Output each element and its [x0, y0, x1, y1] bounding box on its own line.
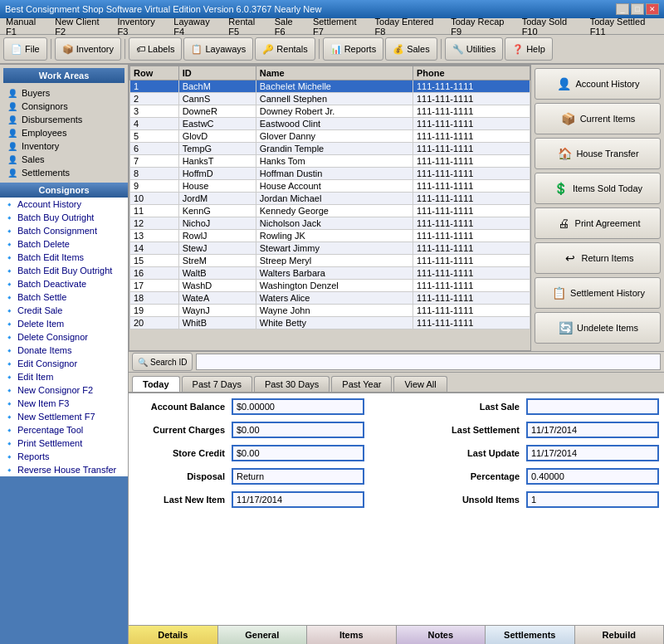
table-row[interactable]: 3DowneRDowney Robert Jr.111-111-1111 — [130, 105, 530, 118]
toolbar-btn-sales[interactable]: 💰 Sales — [385, 37, 437, 61]
last-update-input[interactable] — [526, 445, 659, 461]
bottom-tab-notes[interactable]: Notes — [397, 626, 486, 644]
sidebar-item-sales[interactable]: 👤Sales — [3, 153, 124, 166]
last-new-item-input[interactable] — [232, 491, 364, 508]
table-row[interactable]: 9HouseHouse Account111-111-1111 — [130, 180, 530, 193]
action-btn-print-agreement[interactable]: 🖨Print Agreement — [535, 207, 661, 239]
tab-today[interactable]: Today — [132, 376, 180, 392]
table-row[interactable]: 13RowlJRowling JK111-111-1111 — [130, 230, 530, 242]
consignor-item-batch-deactivate[interactable]: 🔹Batch Deactivate — [0, 277, 128, 290]
table-row[interactable]: 18WateAWaters Alice111-111-1111 — [130, 292, 530, 305]
tab-view-all[interactable]: View All — [393, 376, 447, 392]
sidebar-item-inventory[interactable]: 👤Inventory — [3, 139, 124, 153]
toolbar-btn-reports[interactable]: 📊 Reports — [323, 37, 384, 61]
maximize-button[interactable]: □ — [631, 3, 644, 15]
account-balance-input[interactable] — [232, 398, 364, 415]
action-btn-settlement-history[interactable]: 📋Settlement History — [535, 277, 661, 309]
consignor-item-reverse-house-transfer[interactable]: 🔹Reverse House Transfer — [0, 463, 128, 476]
consignor-item-account-history[interactable]: 🔹Account History — [0, 198, 128, 211]
sidebar-item-consignors[interactable]: 👤Consignors — [3, 100, 124, 113]
sidebar-item-buyers[interactable]: 👤Buyers — [3, 86, 124, 100]
unsold-items-input[interactable] — [526, 491, 659, 508]
action-btn-return-items[interactable]: ↩Return Items — [535, 242, 661, 274]
consignor-item-donate-items[interactable]: 🔹Donate Items — [0, 344, 128, 357]
sidebar-item-settlements[interactable]: 👤Settlements — [3, 166, 124, 179]
menu-item-rentalf5[interactable]: Rental F5 — [224, 15, 269, 38]
sidebar-item-disbursements[interactable]: 👤Disbursements — [3, 113, 124, 126]
menu-item-todaysoldf10[interactable]: Today Sold F10 — [518, 15, 585, 38]
consignor-item-batch-settle[interactable]: 🔹Batch Settle — [0, 290, 128, 304]
menu-item-todayenteredf8[interactable]: Today Entered F8 — [371, 15, 447, 38]
menu-item-inventoryf3[interactable]: Inventory F3 — [113, 15, 168, 38]
table-row[interactable]: 10JordMJordan Michael111-111-1111 — [130, 193, 530, 205]
table-row[interactable]: 11KennGKennedy George111-111-1111 — [130, 205, 530, 217]
menu-item-todayrecapf9[interactable]: Today Recap F9 — [447, 15, 516, 38]
table-row[interactable]: 2CannSCannell Stephen111-111-1111 — [130, 93, 530, 105]
sidebar-item-employees[interactable]: 👤Employees — [3, 126, 124, 139]
bottom-tab-details[interactable]: Details — [129, 626, 218, 644]
menu-item-salef6[interactable]: Sale F6 — [271, 15, 308, 38]
consignor-item-credit-sale[interactable]: 🔹Credit Sale — [0, 304, 128, 317]
tab-past-7-days[interactable]: Past 7 Days — [182, 376, 252, 392]
table-row[interactable]: 20WhitBWhite Betty111-111-1111 — [130, 317, 530, 329]
toolbar-btn-labels[interactable]: 🏷 Labels — [129, 37, 182, 61]
table-row[interactable]: 14StewJStewart Jimmy111-111-1111 — [130, 242, 530, 255]
disposal-input[interactable] — [232, 468, 364, 485]
last-sale-input[interactable] — [526, 398, 659, 415]
consignor-item-delete-item[interactable]: 🔹Delete Item — [0, 317, 128, 330]
action-btn-account-history[interactable]: 👤Account History — [535, 68, 661, 100]
consignor-item-batch-consignment[interactable]: 🔹Batch Consignment — [0, 224, 128, 237]
bottom-tab-settlements[interactable]: Settlements — [486, 626, 575, 644]
menu-item-newclientf2[interactable]: New Client F2 — [51, 15, 112, 38]
table-row[interactable]: 16WaltBWalters Barbara111-111-1111 — [130, 267, 530, 280]
consignor-item-batch-buy-outright[interactable]: 🔹Batch Buy Outright — [0, 211, 128, 224]
toolbar-btn-utilities[interactable]: 🔧 Utilities — [445, 37, 503, 61]
action-btn-undelete-items[interactable]: 🔄Undelete Items — [535, 312, 661, 344]
menu-item-settlementf7[interactable]: Settlement F7 — [309, 15, 370, 38]
table-row[interactable]: 19WaynJWayne John111-111-1111 — [130, 305, 530, 317]
consignor-item-edit-consignor[interactable]: 🔹Edit Consignor — [0, 357, 128, 370]
current-charges-input[interactable] — [232, 422, 364, 438]
table-body[interactable]: 1BachMBachelet Michelle111-111-11112Cann… — [130, 80, 530, 329]
toolbar-btn-layaways[interactable]: 📋 Layaways — [183, 37, 253, 61]
toolbar-btn-help[interactable]: ❓ Help — [505, 37, 553, 61]
consignor-item-new-settlement-f7[interactable]: 🔹New Settlement F7 — [0, 410, 128, 423]
toolbar-btn-file[interactable]: 📄 File — [3, 37, 47, 61]
bottom-tab-general[interactable]: General — [218, 626, 308, 644]
consignor-item-print-settlement[interactable]: 🔹Print Settlement — [0, 437, 128, 450]
consignor-item-batch-delete[interactable]: 🔹Batch Delete — [0, 237, 128, 251]
store-credit-input[interactable] — [232, 445, 364, 461]
table-row[interactable]: 12NichoJNicholson Jack111-111-1111 — [130, 217, 530, 230]
search-id-button[interactable]: 🔍 Search ID — [132, 353, 193, 371]
action-btn-items-sold-today[interactable]: 💲Items Sold Today — [535, 173, 661, 204]
table-row[interactable]: 8HoffmDHoffman Dustin111-111-1111 — [130, 168, 530, 180]
consignor-item-reports[interactable]: 🔹Reports — [0, 450, 128, 463]
table-row[interactable]: 15StreMStreep Meryl111-111-1111 — [130, 255, 530, 267]
consignor-item-batch-edit-buy-outright[interactable]: 🔹Batch Edit Buy Outright — [0, 264, 128, 277]
toolbar-btn-rentals[interactable]: 🔑 Rentals — [255, 37, 315, 61]
last-settlement-input[interactable] — [526, 422, 659, 438]
menu-item-layawayf4[interactable]: Layaway F4 — [169, 15, 223, 38]
consignor-item-new-consignor-f2[interactable]: 🔹New Consignor F2 — [0, 383, 128, 397]
tab-past-year[interactable]: Past Year — [331, 376, 392, 392]
toolbar-btn-inventory[interactable]: 📦 Inventory — [55, 37, 121, 61]
table-row[interactable]: 17WashDWashington Denzel111-111-1111 — [130, 280, 530, 292]
table-row[interactable]: 7HanksTHanks Tom111-111-1111 — [130, 155, 530, 168]
table-row[interactable]: 5GlovDGlover Danny111-111-1111 — [130, 130, 530, 143]
bottom-tab-rebuild[interactable]: Rebuild — [575, 626, 665, 644]
consignor-item-edit-item[interactable]: 🔹Edit Item — [0, 370, 128, 383]
menu-item-manualf1[interactable]: Manual F1 — [2, 15, 50, 38]
bottom-tab-items[interactable]: Items — [307, 626, 397, 644]
percentage-input[interactable] — [526, 468, 659, 485]
table-row[interactable]: 6TempGGrandin Temple111-111-1111 — [130, 143, 530, 155]
consignor-item-delete-consignor[interactable]: 🔹Delete Consignor — [0, 330, 128, 344]
table-row[interactable]: 4EastwCEastwood Clint111-111-1111 — [130, 118, 530, 130]
consignor-item-batch-edit-items[interactable]: 🔹Batch Edit Items — [0, 251, 128, 264]
tab-past-30-days[interactable]: Past 30 Days — [254, 376, 330, 392]
action-btn-house-transfer[interactable]: 🏠House Transfer — [535, 138, 661, 169]
action-btn-current-items[interactable]: 📦Current Items — [535, 103, 661, 134]
search-input[interactable] — [196, 354, 661, 370]
consignor-item-new-item-f3[interactable]: 🔹New Item F3 — [0, 397, 128, 410]
table-row[interactable]: 1BachMBachelet Michelle111-111-1111 — [130, 80, 530, 93]
minimize-button[interactable]: _ — [616, 3, 629, 15]
